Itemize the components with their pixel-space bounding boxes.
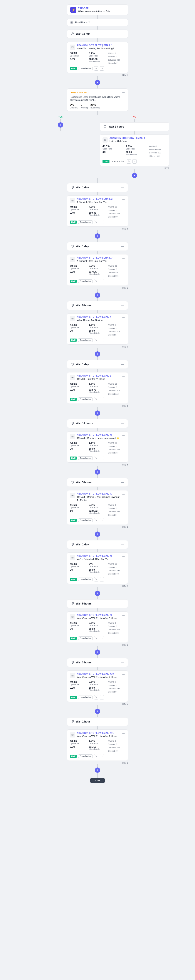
cancel-btn-2[interactable]: Cancel editor: [78, 220, 93, 224]
wait-2h-menu[interactable]: —: [162, 125, 166, 129]
edit-btn-8[interactable]: ✎: [94, 577, 98, 581]
edit-btn-11[interactable]: ✎: [94, 754, 98, 758]
cancel-btn-3[interactable]: Cancel editor: [78, 280, 93, 283]
cond-stat-2: 0 Waiting: [81, 103, 88, 109]
cancel-btn-11[interactable]: Cancel editor: [78, 754, 93, 758]
revenue-rate-value-1: 0.8%: [70, 58, 87, 60]
wait-menu-btn[interactable]: —: [121, 32, 124, 36]
add-btn-8[interactable]: +: [95, 531, 100, 537]
connector: [134, 169, 135, 173]
email-subject-1: Were You Looking For Something?: [77, 47, 114, 50]
clock-icon-1d-2: ⏱: [71, 186, 74, 189]
cancel-btn-7[interactable]: Cancel editor: [78, 519, 93, 522]
edit-btn-9[interactable]: ✎: [94, 636, 98, 640]
revenue-value-1: $280.68: [89, 58, 106, 60]
right-email-header: ✉ Abandon Site Flow | Email 1 Let Us Hel…: [102, 137, 166, 143]
email-info-1: Abandon Site Flow | Email 1 Were You Loo…: [77, 44, 114, 50]
email-card-8: ✉ Abandon Site Flow Email #8 We're Exten…: [67, 552, 128, 584]
right-open-val: 45.1%: [102, 145, 124, 148]
add-btn-10[interactable]: +: [95, 649, 100, 655]
email-info-2: Abandon Site Flow | Email 2 A Special Of…: [77, 198, 112, 204]
wait-1day-block-2: ⏱ Wait 1 day —: [67, 183, 128, 192]
flow-container: ⚡ Trigger When someone Active on Site ⊟ …: [0, 0, 195, 792]
stats-left-1: 50.3% Open Rate 3.2% Click Rate 0.8% $28…: [70, 52, 106, 65]
add-btn-1[interactable]: +: [95, 80, 100, 85]
email-icon-1: ✉: [70, 45, 75, 50]
delivered-stat-1: Delivered 329: [108, 59, 125, 62]
open-rate-label-1: Open Rate: [70, 55, 87, 57]
email-menu-1[interactable]: ⋯: [122, 44, 125, 48]
add-btn-9[interactable]: +: [95, 590, 100, 596]
add-btn-5[interactable]: +: [95, 352, 100, 356]
right-open-rate: 45.1% Open Rate: [102, 145, 124, 150]
right-more-btn[interactable]: ⋯: [132, 159, 137, 164]
cond-opening-label: Opening: [70, 107, 78, 109]
cancel-btn-10[interactable]: Cancel editor: [78, 695, 93, 699]
click-rate-1: 3.2% Click Rate: [89, 52, 106, 57]
more-btn-6[interactable]: ⋯: [100, 456, 104, 460]
add-btn-7[interactable]: +: [95, 469, 100, 474]
edit-btn-10[interactable]: ✎: [94, 695, 98, 700]
email-title-1: Abandon Site Flow | Email 1: [77, 44, 114, 46]
right-email-card: ✉ Abandon Site Flow | Email 1 Let Us Hel…: [100, 135, 169, 166]
cancel-btn-6[interactable]: Cancel editor: [78, 456, 93, 460]
edit-btn-2[interactable]: ✎: [94, 220, 98, 224]
clock-icon: ⏱: [71, 32, 74, 36]
filter-block[interactable]: ⊟ Flow Filters (2): [67, 19, 128, 26]
edit-btn-6[interactable]: ✎: [94, 456, 98, 460]
edit-btn-5[interactable]: ✎: [94, 397, 98, 401]
connector: [97, 38, 98, 42]
more-btn-4[interactable]: ⋯: [100, 338, 104, 342]
wait-5hours-block-2: ⏱ Wait 5 hours —: [67, 478, 128, 487]
right-cancel-btn[interactable]: Cancel editor: [111, 160, 125, 163]
right-rev-label: Placed Order: [126, 153, 147, 156]
edit-btn-7[interactable]: ✎: [94, 518, 98, 522]
cancel-btn-5[interactable]: Cancel editor: [78, 398, 93, 401]
add-btn-12[interactable]: +: [95, 767, 100, 773]
email-card-5: ✉ Abandon Site Flow Email 5 15% OFF just…: [67, 372, 128, 404]
right-bounced: Bounced 890: [149, 148, 166, 151]
right-edit-btn[interactable]: ✎: [127, 159, 131, 164]
open-rate-value-1: 50.3%: [70, 52, 87, 55]
more-btn-10[interactable]: ⋯: [100, 695, 104, 700]
email-title-2: Abandon Site Flow | Email 2: [77, 198, 112, 200]
add-btn-3[interactable]: +: [95, 233, 100, 239]
more-btn-9[interactable]: ⋯: [100, 636, 104, 640]
add-btn-right[interactable]: +: [132, 173, 137, 178]
conditional-menu[interactable]: ⋯: [122, 91, 125, 94]
add-btn-11[interactable]: +: [95, 709, 100, 714]
more-btn-7[interactable]: ⋯: [100, 518, 104, 522]
edit-btn-3[interactable]: ✎: [94, 279, 98, 283]
more-btn-11[interactable]: ⋯: [100, 754, 104, 758]
conditional-header: Conditional Split ⋯: [70, 91, 125, 94]
edit-icon-btn-1[interactable]: ✎: [94, 66, 98, 71]
cancel-btn-4[interactable]: Cancel editor: [78, 338, 93, 342]
cancel-btn-8[interactable]: Cancel editor: [78, 578, 93, 581]
right-click-rate: 4.6% Click Rate: [126, 145, 147, 150]
cond-waiting-label: Waiting: [81, 107, 88, 109]
more-btn-8[interactable]: ⋯: [100, 577, 104, 581]
more-btn-5[interactable]: ⋯: [100, 397, 104, 401]
wait-2h-label: Wait 2 hours: [109, 125, 124, 128]
cancel-btn-9[interactable]: Cancel editor: [78, 636, 93, 640]
email-menu-2[interactable]: ⋯: [122, 198, 125, 201]
trigger-value: When someone Active on Site: [78, 10, 110, 13]
right-email-menu[interactable]: ⋯: [163, 137, 166, 140]
add-btn-yes[interactable]: +: [58, 123, 63, 127]
edit-btn-4[interactable]: ✎: [94, 338, 98, 342]
connector: [97, 230, 98, 233]
more-btn-3[interactable]: ⋯: [100, 279, 104, 283]
more-icon-btn-1[interactable]: ⋯: [100, 66, 104, 71]
no-branch: NO ⏱ Wait 2 hours — ✉ Abandon Site Flow …: [98, 115, 171, 178]
cancel-editor-btn-1[interactable]: Cancel editor: [78, 67, 93, 70]
add-btn-6[interactable]: +: [95, 410, 100, 416]
stats-row-1: 50.3% Open Rate 3.2% Click Rate 0.8% $28…: [70, 52, 125, 65]
wait-left: ⏱ Wait 15 min: [71, 32, 90, 36]
trigger-label: Trigger: [78, 7, 110, 10]
more-btn-2[interactable]: ⋯: [100, 220, 104, 224]
connector: [97, 76, 98, 80]
add-btn-4[interactable]: +: [95, 293, 100, 298]
conditional-title: Conditional Split: [70, 91, 90, 94]
cond-waiting-val: 0: [81, 103, 88, 107]
wait-1d-menu-2[interactable]: —: [121, 186, 124, 189]
